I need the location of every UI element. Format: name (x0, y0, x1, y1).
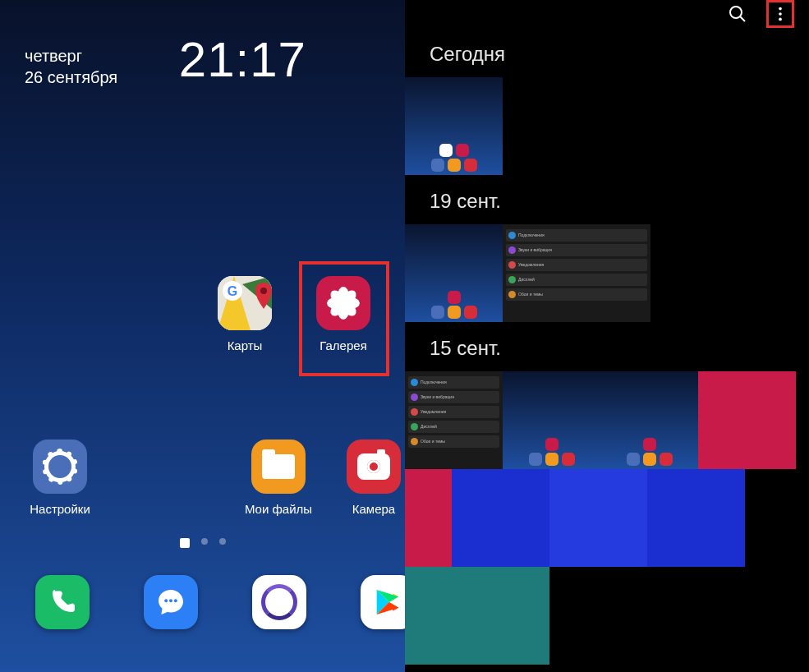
thumbnail[interactable] (405, 77, 503, 175)
svg-text:G: G (228, 284, 237, 298)
thumbnail[interactable] (405, 469, 452, 567)
app-label: Мои файлы (245, 502, 312, 516)
camera-icon (347, 440, 401, 494)
dock-phone[interactable] (30, 575, 95, 637)
app-camera[interactable]: Камера (341, 440, 407, 516)
dock-browser[interactable] (246, 575, 312, 637)
dock-messages[interactable] (138, 575, 204, 637)
gallery-tabs: Картинки Альбомы Истории Общие (405, 665, 809, 672)
thumbs-today (405, 77, 809, 175)
thumbnail[interactable] (503, 567, 549, 665)
clock: 21:17 (179, 31, 306, 88)
home-screen: четверг 26 сентября 21:17 G Карты (0, 0, 405, 672)
app-label: Карты (228, 338, 263, 352)
weekday-label: четверг (25, 45, 117, 67)
date-label: 26 сентября (25, 67, 117, 88)
svg-point-14 (779, 12, 782, 16)
gallery-highlight (299, 261, 389, 376)
page-dots (0, 538, 405, 548)
folder-icon (251, 440, 306, 494)
more-button[interactable] (766, 0, 794, 28)
thumbnail[interactable] (600, 371, 698, 469)
svg-point-13 (779, 7, 782, 11)
maps-icon: G (218, 276, 272, 330)
svg-point-15 (779, 18, 782, 21)
section-sep19: 19 сент. (405, 175, 809, 224)
thumbnail[interactable] (405, 224, 503, 322)
svg-point-5 (260, 288, 267, 294)
browser-icon (252, 575, 306, 629)
app-label: Камера (352, 502, 395, 516)
section-sep15: 15 сент. (405, 322, 809, 371)
svg-point-8 (174, 599, 177, 602)
page-dot-2[interactable] (201, 538, 208, 545)
thumbnail[interactable] (503, 371, 600, 469)
svg-point-6 (164, 599, 168, 602)
svg-line-12 (740, 16, 745, 21)
app-myfiles[interactable]: Мои файлы (237, 440, 319, 516)
phone-icon (35, 575, 90, 629)
page-dot-3[interactable] (219, 538, 226, 545)
thumbnail[interactable] (549, 469, 647, 567)
thumbs-sep19: Подключения Звуки и вибрация Уведомления… (405, 224, 809, 322)
app-label: Настройки (30, 502, 90, 516)
settings-icon (33, 440, 87, 494)
search-button[interactable] (724, 0, 752, 28)
gallery-app: Сегодня 19 сент. Подключения Звуки и виб… (405, 0, 809, 672)
app-maps[interactable]: G Карты (212, 276, 278, 352)
messages-icon (144, 575, 198, 629)
gallery-topbar (405, 0, 809, 28)
svg-point-11 (730, 7, 742, 18)
thumbnail[interactable]: Подключения Звуки и вибрация Уведомления… (503, 224, 650, 322)
section-today: Сегодня (405, 28, 809, 77)
date-block: четверг 26 сентября (25, 45, 117, 88)
thumbnail[interactable] (647, 469, 745, 567)
thumbnail[interactable] (452, 469, 549, 567)
search-icon (728, 4, 747, 24)
page-dot-home[interactable] (180, 538, 190, 548)
thumbnail[interactable]: Подключения Звуки и вибрация Уведомления… (405, 371, 503, 469)
app-settings[interactable]: Настройки (15, 440, 105, 516)
svg-point-7 (169, 599, 172, 602)
thumbnail[interactable] (698, 371, 796, 469)
more-icon (771, 5, 789, 23)
thumbnail[interactable] (405, 567, 503, 665)
thumbs-sep15: Подключения Звуки и вибрация Уведомления… (405, 371, 809, 665)
